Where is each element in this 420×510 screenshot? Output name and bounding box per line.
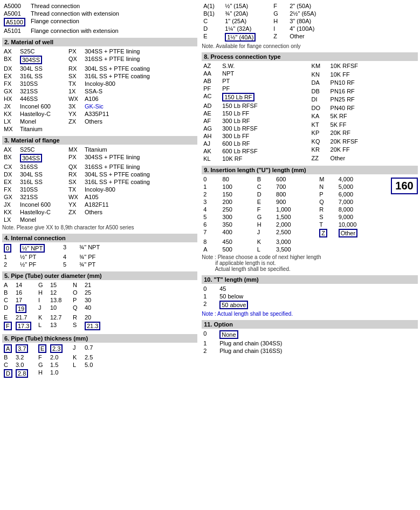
s9-c3: N [318,183,336,191]
s3-desc1: 304SS [18,153,67,163]
s2-desc1: 446SS [18,95,67,103]
s8l-desc: 150 Lb RFSF [221,102,309,110]
s8l-code: AC [202,92,221,102]
s5-v2: 12.7 [49,314,71,321]
s8r-code: DI [310,96,329,104]
s5-v3: 30 [83,296,197,304]
s2-desc2: 316L SS + PTFE coating [83,72,197,80]
s11-code: 2 [202,347,218,355]
size-desc1: 1" (25A) [223,17,272,25]
s4-desc1: ½" PT [18,253,61,261]
s8r-desc: 20K FF [329,146,418,154]
s8r-code: DA [310,79,329,87]
s3-code2: SX [67,178,83,186]
s9-v: 80 [221,175,256,183]
s8r-desc: PN16 RF [329,87,418,96]
s3-desc1: Hastelloy-C [18,208,67,216]
s6-c3: K [71,353,83,361]
s5-v1: 17.3 [14,321,37,331]
section8-header: 8. Process connection type [202,52,418,61]
s9-c2: F [256,206,274,213]
s8r-desc: PN40 RF [329,104,418,113]
s5-v2: 15 [49,281,71,289]
s2-desc1: S25C [18,47,67,55]
s8r-code: KP [310,129,329,138]
s2-code1: DX [2,65,18,72]
section9-header: 9. Insertion length ("U") length (mm) [202,166,418,174]
s2-code2: RX [67,65,83,72]
s5-c1: F [2,321,14,331]
size-desc2: Other [288,32,418,42]
s9-v: 450 [221,238,256,246]
s6-c1: D [2,369,14,378]
s3-code2: QX [67,163,83,171]
s2-desc1: Inconel 600 [18,103,67,110]
model-desc: Flange connection [29,17,197,27]
s9-v3 [337,246,389,253]
s9-v2: 700 [274,183,318,191]
s9-c: 7 [202,228,221,238]
s9-v3: 9,000 [337,213,389,221]
s2-desc1: Titanium [18,125,67,133]
s8r-code: ZZ [310,154,329,163]
s4-code1: 2 [2,261,18,268]
size-code1: E [202,32,223,42]
s2-code2: SX [67,72,83,80]
s9-c2: H [256,221,274,228]
s3-desc2: 304SS + PTFE lining [83,153,197,163]
s9-c3: M [318,175,336,183]
size-desc1: 1¼" (32A) [223,25,272,32]
s4-code2: 5 [61,261,78,268]
size-code1: D [202,25,223,32]
s4-desc2: ¾" PF [78,253,197,261]
section4-table: 0½" NPT3¾" NPT1½" PT4¾" PF2½" PF5¾" PT [2,243,197,268]
s4-code2: 4 [61,253,78,261]
section11: 11. Option 0None1Plug and chain (304SS)2… [202,320,418,355]
s6-c2: H [37,369,49,378]
s3-code1: LX [2,216,18,223]
size-code1: A(1) [202,2,223,10]
s8r-code: KR [310,146,329,154]
s3-desc2: Others [83,208,197,216]
s3-code1: DX [2,171,18,178]
left-column: A5000Thread connectionA5001Thread connec… [2,2,199,382]
s6-v1: 3.2 [14,353,37,361]
s10-code: 0 [202,285,218,293]
s3-desc2 [83,216,197,223]
s8r-desc: 10K RFSF [329,62,418,71]
s9-c2: G [256,213,274,221]
s9-c2: J [256,228,274,238]
s3-desc1: 310SS [18,186,67,193]
s2-desc2: 304SS + PTFE lining [83,47,197,55]
s2-code1: LX [2,118,18,125]
section10-note: Note : Actual length shall be specified. [202,311,418,317]
s9-c: 5 [202,213,221,221]
s5-c3: R [71,314,83,321]
s5-c3: P [71,296,83,304]
s4-desc1: ½" NPT [18,243,61,253]
s5-c2: H [37,289,49,296]
s6-v1: 2.8 [14,369,37,378]
s9-v: 250 [221,206,256,213]
s9-c3: R [318,206,336,213]
s2-code2: TX [67,80,83,87]
s8r-desc: 5K RF [329,112,418,121]
s2-desc2: A335P11 [83,110,197,118]
section9-table: 080B600M4,0001100C700N5,0002150D800P6,00… [202,175,389,253]
s9-c: 6 [202,221,221,228]
section2-header: 2. Material of well [2,38,197,46]
s2-code1: BX [2,55,18,65]
s5-v3: 21.3 [83,321,197,331]
section3-note: Note. Please give XX to 8,9th character … [2,225,197,230]
s2-code1: JX [2,103,18,110]
s4-desc1: ½" PF [18,261,61,268]
s8l-desc: 300 Lb FF [221,132,309,140]
s6-v2: 2.0 [49,353,71,361]
section6-header: 6. Pipe (Tube) thickness (mm) [2,334,197,343]
section8: 8. Process connection type AZS.W.AANPTAB… [202,52,418,162]
s11-desc: Plug and chain (304SS) [218,339,418,347]
section5-table: A14G15N21B16H12O25C17I13.8P30D19J10Q40E2… [2,281,197,331]
s3-desc1: 316SS [18,163,67,171]
s2-desc1: Hastelloy-C [18,110,67,118]
size-desc1: 1½" (40A) [223,32,272,42]
